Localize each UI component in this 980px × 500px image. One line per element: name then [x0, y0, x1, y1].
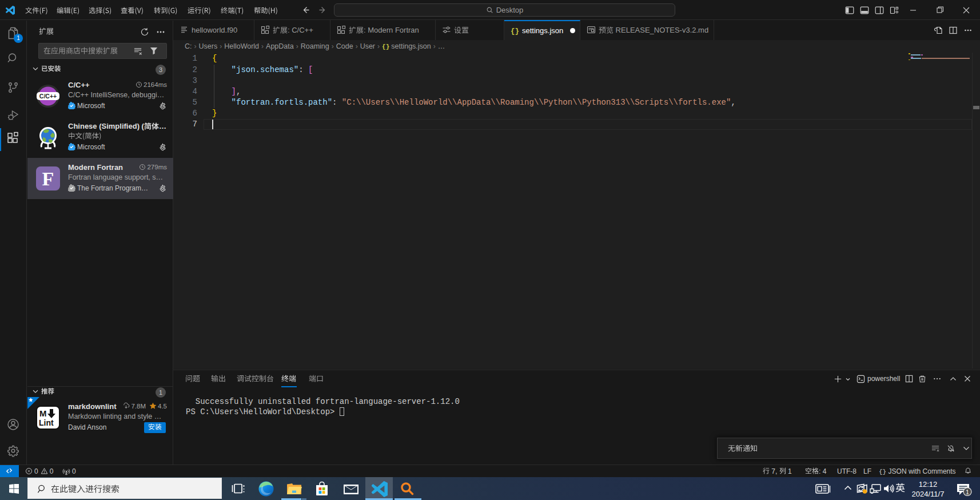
svg-text:C/C++: C/C++ [39, 93, 57, 100]
svg-text:1: 1 [966, 489, 969, 495]
svg-text:Lint: Lint [39, 418, 54, 427]
svg-text:F: F [42, 168, 54, 189]
svg-text:M: M [39, 408, 47, 418]
